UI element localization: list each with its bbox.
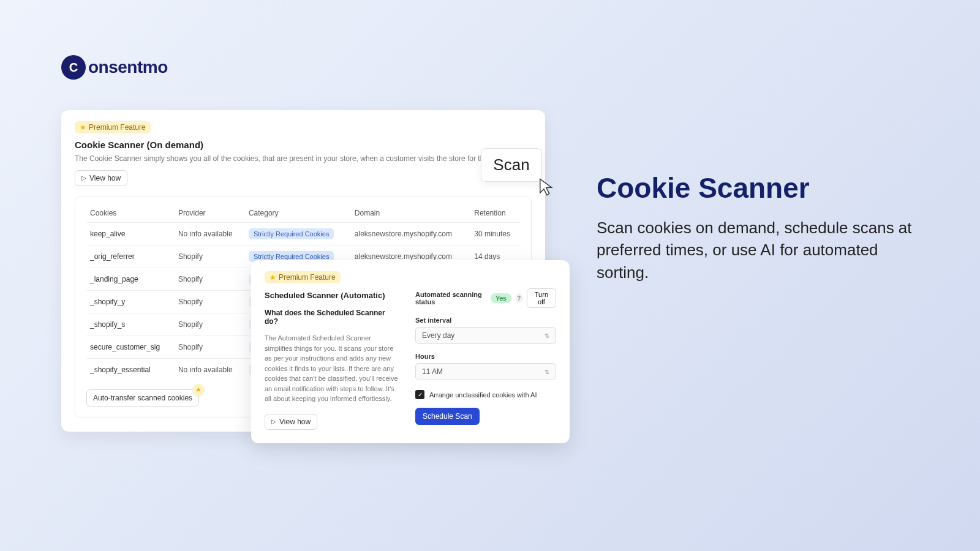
- card2-title: Scheduled Scanner (Automatic): [265, 291, 399, 300]
- hero-title: Cookie Scanner: [597, 171, 810, 204]
- cell-domain: aleksnewstore.myshopify.com: [351, 222, 470, 245]
- cell-provider: Shopify: [175, 290, 245, 313]
- play-icon: ▷: [81, 174, 86, 181]
- hours-select[interactable]: 11 AM ⇅: [415, 363, 556, 380]
- col-category: Category: [245, 203, 351, 223]
- cell-provider: No info available: [175, 222, 245, 245]
- status-row: Automated scanning status Yes ? Turn off: [415, 288, 556, 308]
- cell-cookie: _shopify_s: [86, 313, 175, 335]
- hours-label: Hours: [415, 353, 556, 360]
- card1-desc: The Cookie Scanner simply shows you all …: [75, 154, 532, 164]
- help-icon[interactable]: ?: [515, 293, 523, 303]
- col-cookie: Cookies: [86, 203, 175, 223]
- auto-transfer-button[interactable]: Auto-transfer scanned cookies ★: [86, 389, 199, 407]
- cell-cookie: keep_alive: [86, 222, 175, 245]
- cell-cookie: secure_customer_sig: [86, 335, 175, 358]
- card2-right: Automated scanning status Yes ? Turn off…: [415, 288, 556, 430]
- ai-label: Arrange unclassified cookies with AI: [429, 391, 537, 399]
- interval-select[interactable]: Every day ⇅: [415, 327, 556, 344]
- card2-body: The Automated Scheduled Scanner simplifi…: [265, 333, 399, 404]
- col-retention: Retention: [470, 203, 520, 223]
- scheduled-scanner-card: ★ Premium Feature Scheduled Scanner (Aut…: [251, 260, 570, 443]
- schedule-scan-button[interactable]: Schedule Scan: [415, 408, 480, 425]
- view-how-button[interactable]: ▷ View how: [75, 170, 127, 186]
- interval-value: Every day: [422, 331, 454, 340]
- interval-label: Set interval: [415, 317, 556, 324]
- cell-cookie: _orig_referrer: [86, 245, 175, 268]
- cell-provider: Shopify: [175, 268, 245, 290]
- premium-label: Premium Feature: [89, 123, 146, 132]
- cursor-icon: [538, 178, 556, 196]
- table-header-row: Cookies Provider Category Domain Retenti…: [86, 203, 520, 223]
- cell-category: Strictly Required Cookies: [245, 222, 351, 245]
- brand-logo: C onsentmo: [61, 55, 168, 80]
- card2-question: What does the Scheduled Scanner do?: [265, 309, 399, 326]
- view-how-label: View how: [89, 174, 121, 182]
- premium-badge: ★ Premium Feature: [75, 121, 151, 133]
- hours-value: 11 AM: [422, 367, 443, 376]
- status-value: Yes: [491, 293, 511, 303]
- chevron-sort-icon: ⇅: [545, 369, 549, 375]
- logo-badge: C: [61, 55, 86, 80]
- cell-provider: Shopify: [175, 335, 245, 358]
- auto-transfer-label: Auto-transfer scanned cookies: [93, 394, 192, 402]
- cell-provider: Shopify: [175, 313, 245, 335]
- view-how-button[interactable]: ▷ View how: [265, 414, 317, 430]
- cell-cookie: _landing_page: [86, 268, 175, 290]
- cell-cookie: _shopify_essential: [86, 358, 175, 381]
- turn-off-button[interactable]: Turn off: [527, 288, 556, 308]
- play-icon: ▷: [271, 418, 276, 425]
- cell-provider: No info available: [175, 358, 245, 381]
- category-pill: Strictly Required Cookies: [249, 228, 334, 239]
- cell-provider: Shopify: [175, 245, 245, 268]
- chevron-sort-icon: ⇅: [545, 332, 549, 339]
- logo-text: onsentmo: [88, 58, 168, 77]
- scan-button[interactable]: Scan: [481, 148, 542, 182]
- premium-label: Premium Feature: [279, 273, 336, 282]
- cell-cookie: _shopify_y: [86, 290, 175, 313]
- card2-left: Scheduled Scanner (Automatic) What does …: [265, 288, 399, 430]
- col-domain: Domain: [351, 203, 470, 223]
- ai-checkbox[interactable]: ✓: [415, 390, 424, 399]
- col-provider: Provider: [175, 203, 245, 223]
- star-icon: ★: [80, 123, 86, 132]
- premium-badge: ★ Premium Feature: [265, 271, 341, 283]
- cell-retention: 30 minutes: [470, 222, 520, 245]
- star-icon: ★: [192, 384, 205, 396]
- card1-title: Cookie Scanner (On demand): [75, 140, 532, 150]
- ai-checkbox-row: ✓ Arrange unclassified cookies with AI: [415, 390, 556, 399]
- view-how-label: View how: [279, 418, 311, 426]
- star-icon: ★: [270, 273, 276, 282]
- status-label: Automated scanning status: [415, 291, 487, 305]
- table-row: keep_aliveNo info availableStrictly Requ…: [86, 222, 520, 245]
- hero-subtitle: Scan cookies on demand, schedule scans a…: [597, 217, 915, 283]
